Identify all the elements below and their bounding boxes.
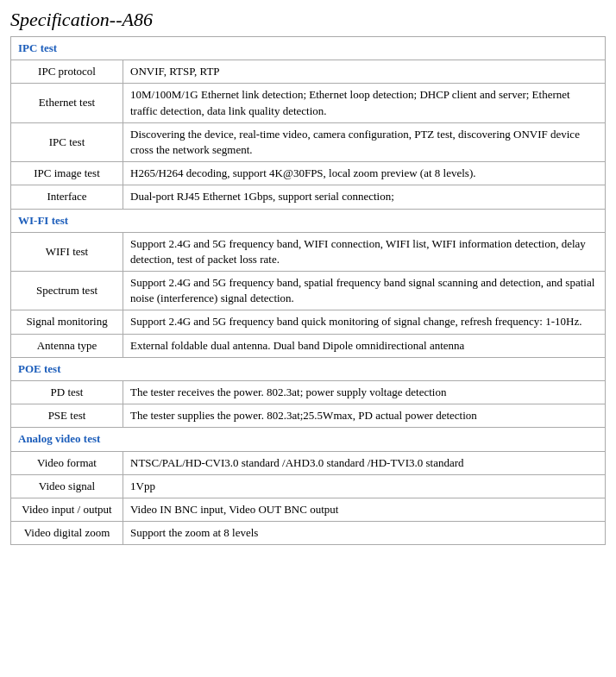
row-value: H265/H264 decoding, support 4K@30FPS, lo… bbox=[123, 162, 606, 185]
row-label: Antenna type bbox=[11, 334, 123, 357]
row-label: Spectrum test bbox=[11, 272, 123, 310]
row-value: Support 2.4G and 5G frequency band, spat… bbox=[123, 272, 606, 310]
row-label: Interface bbox=[11, 185, 123, 209]
table-row: Antenna typeExternal foldable dual anten… bbox=[11, 334, 606, 357]
section-header-label-poe-test: POE test bbox=[11, 357, 606, 380]
row-value: NTSC/PAL/HD-CVI3.0 standard /AHD3.0 stan… bbox=[123, 451, 606, 474]
table-row: Video digital zoomSupport the zoom at 8 … bbox=[11, 522, 606, 545]
table-row: PD testThe tester receives the power. 80… bbox=[11, 381, 606, 404]
row-label: WIFI test bbox=[11, 232, 123, 271]
row-value: The tester supplies the power. 802.3at;2… bbox=[123, 404, 606, 428]
row-value: ONVIF, RTSP, RTP bbox=[123, 60, 606, 84]
row-label: IPC protocol bbox=[11, 60, 123, 84]
row-value: Dual-port RJ45 Ethernet 1Gbps, support s… bbox=[123, 185, 606, 209]
row-label: PD test bbox=[11, 381, 123, 404]
row-value: The tester receives the power. 802.3at; … bbox=[123, 381, 606, 404]
table-row: IPC image testH265/H264 decoding, suppor… bbox=[11, 162, 606, 185]
table-row: Signal monitoringSupport 2.4G and 5G fre… bbox=[11, 310, 606, 334]
specification-table: IPC testIPC protocolONVIF, RTSP, RTPEthe… bbox=[10, 36, 606, 545]
table-row: InterfaceDual-port RJ45 Ethernet 1Gbps, … bbox=[11, 185, 606, 209]
table-row: Video formatNTSC/PAL/HD-CVI3.0 standard … bbox=[11, 451, 606, 474]
row-label: IPC image test bbox=[11, 162, 123, 185]
table-row: IPC testDiscovering the device, real-tim… bbox=[11, 122, 606, 161]
row-label: Ethernet test bbox=[11, 84, 123, 122]
row-value: Support the zoom at 8 levels bbox=[123, 522, 606, 545]
row-value: 1Vpp bbox=[123, 474, 606, 498]
table-row: PSE testThe tester supplies the power. 8… bbox=[11, 404, 606, 428]
section-header-analog-video-test: Analog video test bbox=[11, 428, 606, 451]
row-label: Video input / output bbox=[11, 498, 123, 521]
row-label: Video signal bbox=[11, 474, 123, 498]
section-header-label-wifi-test: WI-FI test bbox=[11, 209, 606, 232]
table-row: IPC protocolONVIF, RTSP, RTP bbox=[11, 60, 606, 84]
table-row: WIFI testSupport 2.4G and 5G frequency b… bbox=[11, 232, 606, 271]
table-row: Ethernet test10M/100M/1G Ethernet link d… bbox=[11, 84, 606, 122]
row-value: 10M/100M/1G Ethernet link detection; Eth… bbox=[123, 84, 606, 122]
row-label: Signal monitoring bbox=[11, 310, 123, 334]
section-header-wifi-test: WI-FI test bbox=[11, 209, 606, 232]
table-row: Spectrum testSupport 2.4G and 5G frequen… bbox=[11, 272, 606, 310]
section-header-label-ipc-test: IPC test bbox=[11, 37, 606, 60]
page-title: Specification--A86 bbox=[10, 9, 606, 31]
row-value: Support 2.4G and 5G frequency band, WIFI… bbox=[123, 232, 606, 271]
row-label: PSE test bbox=[11, 404, 123, 428]
row-value: Video IN BNC input, Video OUT BNC output bbox=[123, 498, 606, 521]
row-label: Video format bbox=[11, 451, 123, 474]
table-row: Video input / outputVideo IN BNC input, … bbox=[11, 498, 606, 521]
section-header-label-analog-video-test: Analog video test bbox=[11, 428, 606, 451]
row-label: Video digital zoom bbox=[11, 522, 123, 545]
table-row: Video signal1Vpp bbox=[11, 474, 606, 498]
row-value: External foldable dual antenna. Dual ban… bbox=[123, 334, 606, 357]
row-value: Support 2.4G and 5G frequency band quick… bbox=[123, 310, 606, 334]
section-header-poe-test: POE test bbox=[11, 357, 606, 380]
row-label: IPC test bbox=[11, 122, 123, 161]
row-value: Discovering the device, real-time video,… bbox=[123, 122, 606, 161]
section-header-ipc-test: IPC test bbox=[11, 37, 606, 60]
